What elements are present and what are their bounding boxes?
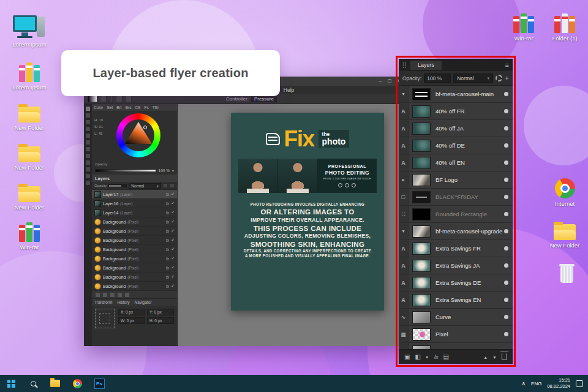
desktop-icon-folder-1[interactable]: Folder (1) — [545, 9, 584, 42]
tool-button[interactable] — [86, 140, 90, 145]
tool-button[interactable] — [86, 127, 90, 131]
tab-brs[interactable]: Brs — [124, 105, 134, 110]
brush-preset-icon[interactable] — [116, 96, 123, 102]
visibility-check[interactable]: ✓ — [171, 247, 175, 252]
new-layer-icon[interactable] — [404, 353, 410, 360]
tab-history[interactable]: History — [115, 300, 132, 304]
layer-visibility-dot[interactable] — [504, 178, 508, 182]
layer-row[interactable]: Rounded Rectangle — [399, 206, 513, 223]
taskbar-photoshop-button[interactable]: Ps — [88, 375, 110, 392]
layer-visibility-dot[interactable] — [504, 298, 508, 302]
move-down-icon[interactable] — [492, 353, 497, 360]
layer-opacity-slider[interactable] — [108, 184, 127, 187]
layer-visibility-dot[interactable] — [504, 229, 508, 233]
tool-button[interactable] — [86, 107, 90, 111]
taskbar-explorer-button[interactable] — [44, 375, 66, 392]
desktop-icon-new-folder[interactable]: New Folder — [10, 178, 49, 211]
layer-visibility-dot[interactable] — [504, 109, 508, 113]
tab-navigator[interactable]: Navigator — [132, 300, 154, 304]
taskbar-clock[interactable]: 15:21 08.02.2024 — [547, 377, 570, 390]
desktop-icon-winrar[interactable]: Win-rar — [504, 9, 543, 42]
layer-visibility-dot[interactable] — [504, 126, 508, 130]
layer-visibility-dot[interactable] — [504, 246, 508, 251]
blend-mode-select[interactable]: Normal▾ — [129, 183, 161, 189]
layer-row[interactable]: Background(Pixel)fx✓ — [92, 217, 177, 227]
visibility-check[interactable]: ✓ — [171, 274, 175, 279]
tool-button[interactable] — [86, 120, 90, 124]
layer-row[interactable]: Layer17(Layer)fx✓ — [92, 190, 177, 199]
opacity-slider[interactable] — [95, 169, 156, 172]
notification-center-icon[interactable] — [576, 380, 583, 387]
layer-row[interactable]: Background(Pixel)fx✓ — [92, 273, 177, 282]
layer-row[interactable]: 40% off JA — [399, 120, 513, 137]
layer-row[interactable]: Background(Pixel)fx✓ — [92, 263, 177, 273]
visibility-check[interactable]: ✓ — [171, 228, 175, 233]
tab-tsi[interactable]: TSI — [151, 105, 160, 110]
gradient-swatch-icon[interactable] — [88, 96, 97, 102]
tool-button[interactable] — [86, 154, 90, 158]
tool-button[interactable] — [86, 160, 90, 165]
delete-layer-icon[interactable] — [502, 353, 507, 360]
layer-visibility-dot[interactable] — [504, 332, 508, 336]
layer-row[interactable]: Curve — [399, 343, 513, 349]
language-indicator[interactable]: ENG — [531, 381, 541, 386]
move-up-icon[interactable] — [483, 353, 488, 360]
layer-visibility-dot[interactable] — [504, 281, 508, 285]
layer-visibility-dot[interactable] — [504, 160, 508, 165]
canvas-area[interactable]: Fix the photo PROFESSIONAL — [178, 104, 405, 346]
layer-visibility-dot[interactable] — [504, 143, 508, 148]
tool-button[interactable] — [86, 134, 90, 138]
layer-row[interactable]: 40% off DE — [399, 137, 513, 154]
maximize-button[interactable] — [388, 78, 391, 84]
layer-row[interactable]: Layer14(Layer)fx✓ — [92, 208, 177, 217]
layer-options-button[interactable] — [170, 183, 175, 188]
layer-visibility-dot[interactable] — [504, 263, 508, 268]
desktop-icon-internet[interactable]: Internet — [545, 174, 584, 207]
group-closed-icon[interactable] — [399, 172, 409, 188]
tool-button[interactable] — [86, 167, 90, 172]
tray-chevron-icon[interactable] — [522, 380, 526, 386]
tab-cs[interactable]: CS — [133, 105, 142, 110]
layer-visibility-dot[interactable] — [504, 315, 508, 319]
layer-row[interactable]: 40% off FR — [399, 103, 513, 120]
group-icon[interactable] — [443, 353, 449, 360]
layer-row[interactable]: BF Logo — [399, 172, 513, 189]
layer-row[interactable]: Curve — [399, 309, 513, 326]
tab-transform[interactable]: Transform — [92, 300, 115, 304]
layer-row[interactable]: bf-meta-carousel-upgrade — [399, 223, 513, 240]
desktop-icon-folders[interactable]: Lorem Ipsum — [10, 58, 49, 91]
layer-row[interactable]: Background(Pixel)fx✓ — [92, 227, 177, 236]
layer-row[interactable]: Extra Savings DE — [399, 274, 513, 292]
coord-y-field[interactable]: Y: 0 px — [147, 309, 174, 315]
visibility-check[interactable]: ✓ — [171, 284, 175, 288]
layer-row[interactable]: Extra Savings FR — [399, 240, 513, 257]
taskbar-chrome-button[interactable] — [66, 375, 88, 392]
layer-row[interactable]: Layer16(Layer)fx✓ — [92, 199, 177, 208]
visibility-check[interactable]: ✓ — [171, 238, 175, 243]
visibility-check[interactable]: ✓ — [171, 192, 175, 197]
tool-button[interactable] — [86, 174, 90, 178]
layer-row[interactable]: BLACK^FRIDAY — [399, 189, 513, 206]
color-wheel[interactable] — [116, 113, 160, 157]
add-layer-button[interactable] — [163, 183, 168, 188]
visibility-check[interactable]: ✓ — [171, 210, 175, 215]
layer-row[interactable]: Background(Pixel)fx✓ — [92, 236, 177, 245]
tool-button[interactable] — [86, 113, 90, 118]
desktop-icon-new-folder[interactable]: New Folder — [10, 98, 49, 131]
desktop-icon-new-folder[interactable]: New Folder — [10, 138, 49, 171]
move-layer-icon[interactable] — [110, 293, 115, 297]
visibility-check[interactable]: ✓ — [171, 219, 175, 224]
layers-panel-tab[interactable]: Layers — [410, 61, 442, 70]
layer-row[interactable]: Extra Savings EN — [399, 292, 513, 309]
layer-visibility-dot[interactable] — [504, 212, 508, 216]
layer-row[interactable]: Background(Pixel)fx✓ — [92, 245, 177, 254]
duplicate-layer-icon[interactable] — [103, 293, 107, 297]
add-layer-icon[interactable] — [505, 75, 509, 82]
menu-help[interactable]: Help — [281, 87, 297, 93]
layer-visibility-dot[interactable] — [504, 92, 508, 96]
layer-row[interactable]: Pixel — [399, 326, 513, 343]
layer-row[interactable]: Background(Pixel)fx✓ — [92, 282, 177, 291]
visibility-check[interactable]: ✓ — [171, 256, 175, 261]
opacity-value-field[interactable]: 100 % — [424, 74, 451, 83]
minimize-button[interactable] — [379, 78, 382, 84]
